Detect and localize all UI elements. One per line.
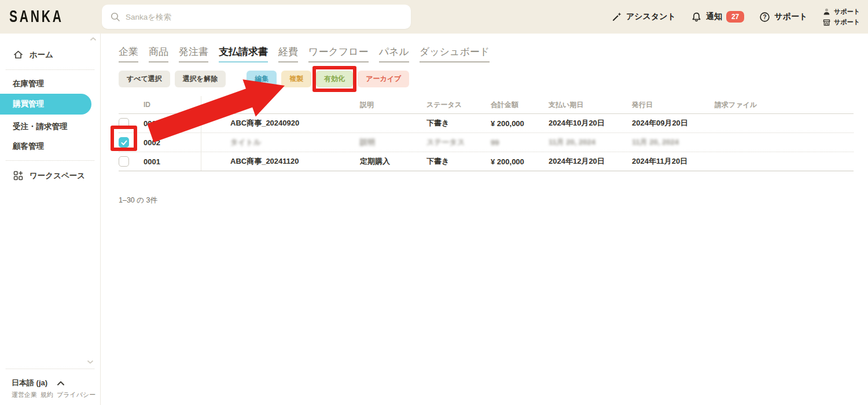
header-checkbox-col: [119, 96, 144, 113]
cell-due-date-blurred: 11月 20, 2024: [549, 137, 595, 148]
sidebar-item-orders-billing[interactable]: 受注・請求管理: [0, 117, 100, 137]
app-root: SANKA アシスタント 通知 27: [0, 0, 868, 405]
select-all-button[interactable]: すべて選択: [119, 71, 170, 87]
notifications-button[interactable]: 通知 27: [691, 11, 744, 23]
header-status: ステータス: [421, 96, 485, 113]
scroll-up-icon[interactable]: [90, 37, 97, 41]
cell-id: 0003: [144, 114, 201, 132]
global-search[interactable]: [102, 5, 411, 29]
legal-link-terms[interactable]: 規約: [41, 391, 53, 399]
notifications-label: 通知: [706, 12, 722, 22]
tab-panel[interactable]: パネル: [379, 45, 409, 62]
cell-description-blurred: 説明: [360, 137, 375, 148]
cell-title-blurred[interactable]: タイトル: [230, 137, 261, 148]
cell-title[interactable]: ABC商事_20240920: [201, 114, 354, 132]
sidebar: ホーム 在庫管理 購買管理 受注・請求管理 顧客管理 ワークスペース: [0, 34, 101, 405]
sidebar-purchasing-label: 購買管理: [13, 100, 44, 108]
legal-link-privacy[interactable]: プライバシー: [57, 391, 95, 399]
language-selector[interactable]: 日本語 (ja): [0, 373, 100, 391]
cell-amount: ¥ 200,000: [485, 152, 543, 171]
account-workspace-label: サポート: [834, 18, 860, 27]
clear-selection-button[interactable]: 選択を解除: [175, 71, 226, 87]
cell-description: 定期購入: [354, 152, 421, 171]
table-header-row: ID 説明 ステータス 合計金額 支払い期日 発行日 請求ファイル: [119, 96, 854, 114]
pagination-summary: 1–30 の 3件: [119, 196, 854, 205]
sidebar-home-label: ホーム: [30, 50, 53, 60]
search-icon: [110, 12, 120, 22]
sidebar-footer: 日本語 (ja) 運営企業 規約 プライバシー: [0, 364, 100, 405]
cell-issue-date: 2024年09月20日: [626, 114, 709, 132]
cell-invoice-file: [709, 114, 854, 132]
sidebar-footer-divider: [6, 369, 94, 369]
header-id: ID: [144, 96, 201, 113]
sidebar-divider: [6, 69, 94, 70]
storefront-icon: [822, 18, 831, 27]
cell-amount: ¥ 200,000: [485, 114, 543, 132]
table-row[interactable]: 0002 タイトル 説明 ステータス 99 11月 20, 2024 11月 2…: [119, 133, 854, 152]
assistant-button[interactable]: アシスタント: [612, 12, 676, 22]
sidebar-item-customers[interactable]: 顧客管理: [0, 137, 100, 156]
legal-link-company[interactable]: 運営企業: [12, 391, 37, 399]
cell-issue-date: 2024年11月20日: [626, 152, 709, 171]
account-user-label: サポート: [834, 8, 860, 16]
table-row[interactable]: 0001 ABC商事_20241120 定期購入 下書き ¥ 200,000 2…: [119, 152, 854, 171]
archive-button[interactable]: アーカイブ: [358, 71, 409, 87]
check-icon: [120, 139, 128, 146]
sidebar-item-inventory[interactable]: 在庫管理: [0, 74, 100, 94]
sidebar-item-workspace[interactable]: ワークスペース: [0, 165, 100, 186]
svg-text:?: ?: [763, 14, 767, 20]
invoices-table: ID 説明 ステータス 合計金額 支払い期日 発行日 請求ファイル 0003 A…: [119, 96, 854, 171]
cell-id: 0001: [144, 152, 201, 171]
row-0003-checkbox[interactable]: [119, 118, 129, 128]
tab-products[interactable]: 商品: [149, 45, 168, 62]
edit-button[interactable]: 編集: [247, 71, 277, 87]
user-icon: [822, 8, 831, 16]
sidebar-item-home[interactable]: ホーム: [0, 44, 100, 65]
sidebar-orders-label: 受注・請求管理: [13, 122, 68, 132]
duplicate-button[interactable]: 複製: [281, 71, 311, 87]
header-due-date: 支払い期日: [543, 96, 626, 113]
home-icon: [13, 49, 24, 60]
cell-invoice-file: [709, 133, 854, 152]
main-content: 企業 商品 発注書 支払請求書 経費 ワークフロー パネル ダッシュボード すべ…: [119, 45, 854, 205]
workspace-icon: [13, 170, 24, 181]
search-input[interactable]: [126, 13, 403, 21]
language-label: 日本語 (ja): [12, 378, 47, 388]
sidebar-customers-label: 顧客管理: [13, 141, 44, 152]
cell-amount-blurred: 99: [491, 138, 499, 147]
account-switcher: サポート サポート: [822, 8, 860, 27]
tab-purchase-orders[interactable]: 発注書: [179, 45, 208, 62]
cell-invoice-file: [709, 152, 854, 171]
magic-wand-icon: [612, 12, 622, 22]
topbar-actions: アシスタント 通知 27 ? サポート: [612, 0, 860, 34]
tab-expenses[interactable]: 経費: [278, 45, 298, 62]
cell-title[interactable]: ABC商事_20241120: [201, 152, 354, 171]
sidebar-inventory-label: 在庫管理: [13, 79, 44, 89]
cell-id: 0002: [144, 133, 201, 152]
sidebar-item-purchasing-active[interactable]: 購買管理: [0, 94, 91, 115]
header-issue-date: 発行日: [626, 96, 709, 113]
bell-icon: [691, 12, 702, 23]
row-0001-checkbox[interactable]: [119, 156, 129, 167]
scroll-down-icon[interactable]: [87, 360, 94, 364]
header-title: [201, 96, 354, 113]
tab-workflow[interactable]: ワークフロー: [308, 45, 369, 62]
activate-button[interactable]: 有効化: [316, 71, 353, 87]
row-0002-checkbox[interactable]: [119, 137, 129, 148]
legal-links: 運営企業 規約 プライバシー: [0, 391, 100, 399]
cell-description: [354, 114, 421, 132]
sidebar-workspace-label: ワークスペース: [30, 171, 85, 181]
account-user[interactable]: サポート: [822, 8, 860, 16]
top-bar: SANKA アシスタント 通知 27: [0, 0, 868, 34]
sidebar-divider: [6, 160, 94, 161]
table-row[interactable]: 0003 ABC商事_20240920 下書き ¥ 200,000 2024年1…: [119, 114, 854, 133]
help-circle-icon: ?: [759, 12, 770, 23]
notifications-badge: 27: [726, 11, 744, 23]
tab-payable-invoices[interactable]: 支払請求書: [219, 45, 268, 62]
brand-logo[interactable]: SANKA: [9, 7, 64, 27]
tab-companies[interactable]: 企業: [119, 45, 138, 62]
cell-status: 下書き: [421, 152, 485, 171]
account-workspace[interactable]: サポート: [822, 18, 860, 27]
tab-dashboard[interactable]: ダッシュボード: [420, 45, 490, 62]
support-button[interactable]: ? サポート: [759, 12, 807, 23]
